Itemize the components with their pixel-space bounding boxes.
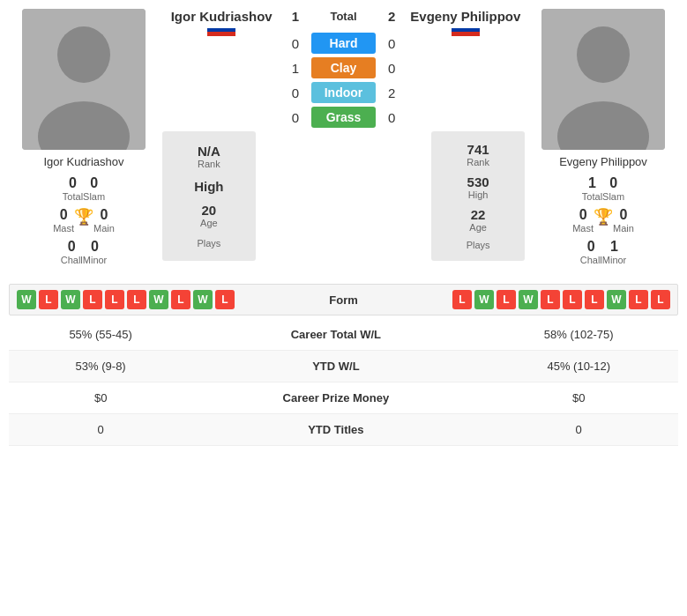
left-age-label: Age	[200, 218, 218, 228]
left-form-10: L	[215, 290, 235, 309]
form-row: W L W L L L W L W L Form L W L W L L L W…	[9, 284, 678, 315]
svg-point-1	[57, 26, 110, 83]
svg-point-4	[577, 26, 630, 83]
left-total-score: 1	[284, 9, 306, 24]
right-grass-score: 0	[381, 110, 403, 125]
right-total-score: 2	[381, 9, 403, 24]
left-header-name: Igor Kudriashov	[171, 9, 273, 24]
right-flag-container	[452, 24, 480, 36]
left-form-6: L	[127, 290, 146, 309]
left-plays-label: Plays	[197, 238, 220, 249]
bottom-section: W L W L L L W L W L Form L W L W L L L W…	[0, 279, 687, 450]
total-label: Total	[311, 10, 375, 23]
stats-row-career: 55% (55-45) Career Total W/L 58% (102-75…	[9, 319, 678, 351]
right-rank-label: Rank	[467, 157, 489, 167]
right-mast-value: 0	[579, 207, 587, 223]
right-clay-score: 0	[381, 61, 403, 76]
top-names-row: Igor Kudriashov 1 Total 2 0 Hard 0	[162, 9, 525, 128]
right-stat-row-1: 1 Total 0 Slam	[582, 175, 624, 202]
left-chall-stat: 0 Chall	[61, 239, 83, 265]
left-form-7: W	[149, 290, 168, 309]
right-hard-score: 0	[381, 36, 403, 51]
form-label: Form	[291, 293, 397, 307]
right-slam-value: 0	[609, 175, 617, 191]
right-trophy-icon: 🏆	[594, 207, 613, 234]
court-row-indoor: 0 Indoor 2	[284, 82, 402, 103]
court-center: 1 Total 2 0 Hard 0 1 Clay 0 0 Indoor	[284, 9, 402, 128]
right-mast-stat: 0 Mast	[572, 207, 594, 234]
left-name-block: Igor Kudriashov	[162, 9, 280, 40]
left-stat-row-3: 0 Chall 0 Minor	[61, 239, 108, 265]
left-form-8: L	[171, 290, 190, 309]
left-total-value: 0	[69, 175, 77, 191]
right-slam-stat: 0 Slam	[602, 175, 624, 202]
left-main-stat: 0 Main	[93, 207, 115, 234]
left-hard-score: 0	[284, 36, 306, 51]
left-main-value: 0	[100, 207, 108, 223]
left-stat-row-1: 0 Total 0 Slam	[63, 175, 105, 202]
stats-row-ytd-wl: 53% (9-8) YTD W/L 45% (10-12)	[9, 351, 678, 382]
left-age-stat: 20 Age	[200, 199, 218, 232]
form-badges-right: L W L W L L L W L L	[397, 290, 671, 309]
right-total-stat: 1 Total	[582, 175, 602, 202]
left-form-1: W	[17, 290, 36, 309]
right-high-label: High	[468, 189, 489, 200]
stats-table: 55% (55-45) Career Total W/L 58% (102-75…	[9, 319, 678, 446]
prize-label: Career Prize Money	[192, 382, 479, 414]
right-slam-label: Slam	[602, 191, 624, 202]
ytd-wl-label: YTD W/L	[192, 351, 479, 382]
right-panel-box: 741 Rank 530 High 22 Age Plays	[431, 131, 525, 261]
left-rank-stat: N/A Rank	[198, 140, 220, 173]
hard-badge: Hard	[311, 33, 375, 54]
left-form-4: L	[83, 290, 102, 309]
right-form-5: L	[541, 290, 560, 309]
left-form-2: L	[39, 290, 58, 309]
right-career-wl: 58% (102-75)	[479, 319, 678, 351]
left-player-avatar	[22, 9, 146, 150]
right-player-avatar	[541, 9, 665, 150]
right-main-value: 0	[619, 207, 627, 223]
right-header-name: Evgeny Philippov	[410, 9, 520, 24]
right-stat-row-2: 0 Mast 🏆 0 Main	[572, 207, 634, 234]
left-rank-label: Rank	[198, 159, 220, 169]
right-form-2: W	[474, 290, 494, 309]
right-rank-value: 741	[467, 142, 489, 157]
right-age-stat: 22 Age	[469, 204, 487, 236]
right-form-3: L	[497, 290, 516, 309]
left-slam-value: 0	[90, 175, 98, 191]
left-plays-stat: Plays	[197, 234, 220, 252]
right-player-section: Evgeny Philippov 1 Total 0 Slam 0 Mast 🏆…	[528, 9, 678, 271]
left-minor-label: Minor	[83, 255, 108, 265]
left-trophy-icon: 🏆	[74, 207, 93, 234]
stats-row-prize: $0 Career Prize Money $0	[9, 382, 678, 414]
right-chall-stat: 0 Chall	[580, 239, 602, 265]
left-form-9: W	[193, 290, 213, 309]
right-main-label: Main	[613, 223, 634, 234]
left-age-value: 20	[202, 203, 217, 218]
left-chall-value: 0	[68, 239, 76, 255]
right-stat-row-3: 0 Chall 1 Minor	[580, 239, 627, 265]
form-badges-left: W L W L L L W L W L	[17, 290, 291, 309]
right-prize: $0	[479, 382, 678, 414]
left-flag	[207, 24, 235, 36]
left-minor-stat: 0 Minor	[83, 239, 108, 265]
left-flag-container	[207, 24, 235, 36]
right-plays-stat: Plays	[467, 236, 490, 254]
clay-badge: Clay	[311, 57, 375, 78]
left-mast-stat: 0 Mast	[53, 207, 74, 234]
right-chall-value: 0	[587, 239, 595, 255]
left-mast-value: 0	[60, 207, 68, 223]
left-career-wl: 55% (55-45)	[9, 319, 192, 351]
right-form-9: L	[629, 290, 648, 309]
right-minor-label: Minor	[602, 255, 627, 265]
left-main-label: Main	[93, 223, 115, 234]
left-chall-label: Chall	[61, 255, 83, 265]
right-high-value: 530	[467, 174, 489, 189]
left-slam-stat: 0 Slam	[83, 175, 105, 202]
right-indoor-score: 2	[381, 85, 403, 100]
right-flag	[452, 24, 480, 36]
right-ytd-titles: 0	[479, 414, 678, 446]
career-wl-label: Career Total W/L	[192, 319, 479, 351]
center-section: Igor Kudriashov 1 Total 2 0 Hard 0	[162, 9, 525, 261]
left-total-stat: 0 Total	[63, 175, 83, 202]
